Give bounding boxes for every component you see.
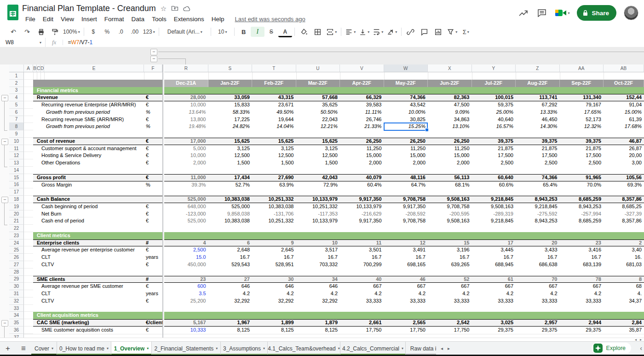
cell[interactable]: 28,000	[166, 94, 206, 101]
cell[interactable]: 4.	[605, 290, 642, 298]
tab-4-1-calcs-team-overhead[interactable]: 4.1_Calcs_Team&overhead▾	[268, 342, 340, 355]
name-box[interactable]: W8▾	[0, 38, 46, 47]
cell[interactable]: 46,450	[518, 116, 558, 123]
cell[interactable]: 683,139	[562, 261, 602, 268]
cell[interactable]: 16.7	[210, 254, 250, 261]
row-header-2[interactable]: 2	[9, 80, 24, 87]
cell[interactable]: 26,250	[342, 138, 382, 145]
cell[interactable]: 60.6%	[474, 181, 514, 189]
cell[interactable]: 39,375	[562, 138, 602, 145]
tab-0-how-to-read-me[interactable]: 0_How to read me▾	[57, 342, 111, 355]
cell[interactable]: 8,943,253	[518, 196, 558, 203]
cell[interactable]: 15,625	[254, 138, 294, 145]
cell[interactable]: 2,957	[518, 319, 558, 327]
unit-cell[interactable]: €	[146, 152, 149, 159]
cell[interactable]: 59,375	[474, 101, 514, 109]
cell[interactable]: 8,357,86	[605, 217, 642, 225]
row-label[interactable]: Recurring revenue Enterprise (ARR/MRR)	[41, 101, 136, 109]
share-button[interactable]: Share	[577, 5, 616, 21]
row-header-18[interactable]: 18	[9, 196, 24, 203]
cell[interactable]: 12	[386, 239, 426, 247]
cell[interactable]: 57,668	[298, 94, 338, 101]
format-currency-button[interactable]: $	[86, 27, 100, 37]
unit-cell[interactable]: €	[146, 217, 149, 225]
collapse-row-group-button[interactable]: −	[1, 320, 8, 327]
cell[interactable]: 21.33%	[342, 123, 382, 130]
month-header-cell[interactable]: Dec-21A	[164, 80, 208, 87]
zoom-select[interactable]: 100%▾	[62, 27, 81, 37]
cell[interactable]: 14.04%	[254, 123, 294, 130]
column-header-AB[interactable]: AB	[604, 64, 644, 72]
column-header-D[interactable]: D	[40, 64, 44, 72]
unit-cell[interactable]: €	[146, 101, 149, 109]
cell[interactable]: 639,265	[430, 261, 470, 268]
unit-cell[interactable]: €/client	[146, 319, 163, 327]
cell[interactable]: 48,116	[386, 174, 426, 181]
menu-format[interactable]: Format	[101, 15, 127, 23]
cell[interactable]: -208,592	[386, 210, 426, 218]
month-header-cell[interactable]: Feb-22F	[252, 80, 296, 87]
cell[interactable]: 11,250	[386, 145, 426, 152]
cell[interactable]: 16.7	[474, 254, 514, 261]
cell[interactable]: 23,671	[254, 101, 294, 109]
cell[interactable]: 33,333	[562, 298, 602, 305]
cell[interactable]: 3,416	[562, 246, 602, 254]
cell[interactable]: 33,333	[474, 298, 514, 305]
collapse-column-group-button[interactable]: −	[150, 56, 157, 62]
cell[interactable]: -275,592	[518, 210, 558, 218]
avatar[interactable]	[624, 6, 638, 20]
row-header-16[interactable]: 16	[9, 181, 24, 189]
cell[interactable]: 17,500	[474, 152, 514, 159]
unit-cell[interactable]: #	[146, 239, 149, 247]
cell[interactable]: 703,332	[298, 261, 338, 268]
menu-view[interactable]: View	[58, 15, 77, 23]
cell[interactable]: -123,000	[166, 210, 206, 218]
vertical-align-icon[interactable]: ▾	[357, 27, 371, 37]
unit-cell[interactable]: €	[146, 298, 149, 305]
section-band[interactable]	[164, 232, 644, 239]
cell[interactable]: 9,218,845	[474, 196, 514, 203]
cell[interactable]: 4.2	[298, 290, 338, 298]
cell[interactable]: 9,508,163	[474, 203, 514, 210]
cell[interactable]: 10,133,979	[298, 217, 338, 225]
cell[interactable]: 20,00	[605, 152, 642, 159]
column-header-T[interactable]: T	[252, 64, 296, 72]
cell[interactable]: 525,000	[210, 203, 250, 210]
cell[interactable]: 32,292	[254, 298, 294, 305]
tabs-scroll-right-icon[interactable]: ▸	[448, 346, 450, 351]
cell[interactable]: 4.2	[430, 290, 470, 298]
cell[interactable]: 646	[254, 283, 294, 290]
unit-cell[interactable]: €	[146, 261, 149, 268]
section-band[interactable]	[164, 87, 644, 94]
row-header-4[interactable]: 4	[9, 94, 24, 101]
row-label[interactable]: Cost of revenue	[37, 138, 75, 145]
cell[interactable]: 3.5	[166, 290, 206, 298]
cell[interactable]: 34,863	[430, 116, 470, 123]
row-label[interactable]: Gross profit	[37, 174, 66, 181]
cell[interactable]: 8,357,86	[605, 196, 642, 203]
fill-color-icon[interactable]	[297, 27, 311, 37]
menu-insert[interactable]: Insert	[78, 15, 100, 23]
cell[interactable]: 9	[254, 239, 294, 247]
cell[interactable]: 3,125	[298, 145, 338, 152]
cell[interactable]: 79,167	[562, 101, 602, 109]
cell[interactable]: 10,133,979	[342, 203, 382, 210]
cell[interactable]: 91,04	[605, 101, 642, 109]
cell[interactable]: 13.10%	[430, 123, 470, 130]
cell[interactable]: 17,750	[386, 327, 426, 334]
menu-extensions[interactable]: Extensions	[171, 15, 207, 23]
cell[interactable]: 23	[562, 239, 602, 247]
cell[interactable]: 78	[562, 276, 602, 283]
explore-button[interactable]: Explore	[592, 343, 631, 354]
cell[interactable]: 10,383,038	[254, 203, 294, 210]
month-header-cell[interactable]: Jan-22F	[208, 80, 253, 87]
cell[interactable]: 16.7	[386, 254, 426, 261]
cell[interactable]: 91,965	[562, 174, 602, 181]
column-header-X[interactable]: X	[428, 64, 472, 72]
cell[interactable]: 33,333	[386, 298, 426, 305]
cell[interactable]: 17,750	[430, 327, 470, 334]
month-header-cell[interactable]: Jul-22F	[472, 80, 516, 87]
cell[interactable]: 681,03	[605, 261, 642, 268]
cell[interactable]: 2,84	[605, 319, 642, 327]
italic-button[interactable]: I	[251, 27, 264, 37]
